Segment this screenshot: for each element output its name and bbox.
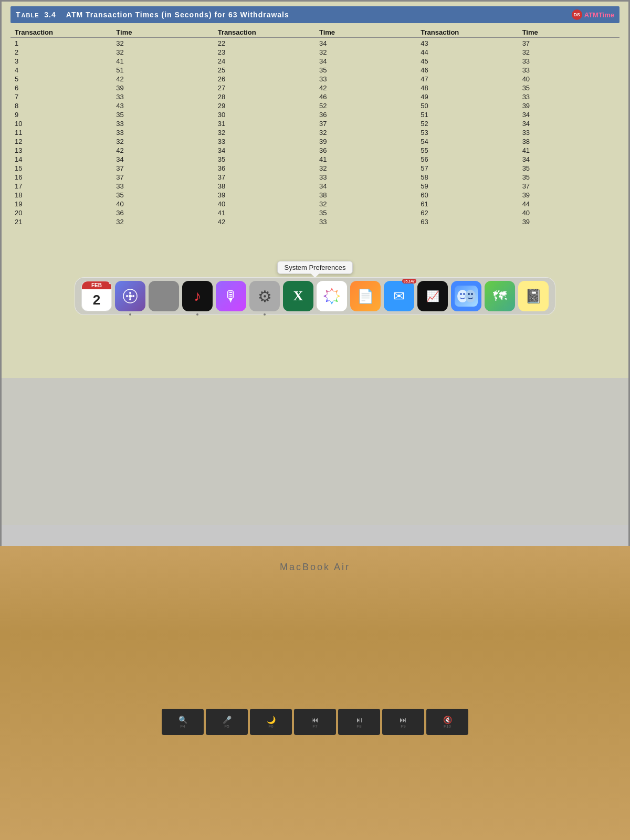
table-cell: 33 xyxy=(315,173,416,182)
table-cell: 61 xyxy=(416,200,518,208)
finder-icon-svg xyxy=(455,286,478,307)
table-cell: 32 xyxy=(112,217,213,226)
table-cell: 8 xyxy=(10,101,112,110)
dock-icon-system-prefs[interactable]: ⚙ xyxy=(249,281,280,311)
table-cell: 12 xyxy=(10,137,112,146)
dock-icon-finder[interactable] xyxy=(451,281,481,311)
ds-circle: DS xyxy=(572,9,582,20)
table-cell: 34 xyxy=(518,119,620,128)
table-cell: 39 xyxy=(518,191,620,200)
table-cell: 56 xyxy=(416,155,518,164)
dock-icon-mail[interactable]: ✉35,147 xyxy=(384,281,414,311)
dock-icon-stocks[interactable]: 📈 xyxy=(417,281,448,311)
key-f7[interactable]: ⏮F7 xyxy=(294,709,336,735)
svg-point-21 xyxy=(468,293,470,295)
svg-point-5 xyxy=(129,295,132,298)
key-label: F5 xyxy=(224,724,229,729)
dock-dot xyxy=(264,313,266,316)
table-cell: 3 xyxy=(10,57,112,66)
dock-icon-launchpad[interactable] xyxy=(115,281,145,311)
table-cell: 35 xyxy=(112,191,213,200)
table-cell: 40 xyxy=(214,200,315,208)
table-cell: 34 xyxy=(315,39,416,48)
table-cell: 35 xyxy=(315,208,416,217)
dock-icon-photos[interactable] xyxy=(317,281,347,311)
key-f5[interactable]: 🎤F5 xyxy=(206,709,248,735)
table-cell: 35 xyxy=(518,173,620,182)
col-header-1: Time xyxy=(112,27,213,38)
table-cell: 32 xyxy=(518,48,620,57)
svg-point-15 xyxy=(329,293,335,299)
key-symbol: 🔇 xyxy=(443,716,452,724)
key-symbol: 🎤 xyxy=(223,716,232,724)
dock-icon-excel[interactable]: X xyxy=(283,281,313,311)
table-cell: 33 xyxy=(112,119,213,128)
table-cell: 14 xyxy=(10,155,112,164)
dock-icon-podcast[interactable]: 🎙 xyxy=(216,281,246,311)
table-cell: 35 xyxy=(112,110,213,119)
table-cell: 6 xyxy=(10,83,112,92)
table-cell: 43 xyxy=(112,101,213,110)
table-cell: 4 xyxy=(10,66,112,75)
table-cell: 20 xyxy=(10,208,112,217)
tooltip: System Preferences xyxy=(277,261,352,274)
dock-icon-calendar[interactable]: 6FEB2 xyxy=(81,281,112,311)
dock-icon-music[interactable]: ♪ xyxy=(182,281,213,311)
key-f4[interactable]: 🔍F4 xyxy=(162,709,204,735)
table-cell: 7 xyxy=(10,92,112,101)
key-symbol: 🔍 xyxy=(178,716,187,724)
table-cell: 10 xyxy=(10,119,112,128)
table-cell: 50 xyxy=(416,101,518,110)
data-col-2: Transaction22232425262728293031323334353… xyxy=(214,27,315,226)
key-f6[interactable]: 🌙F6 xyxy=(250,709,292,735)
table-cell: 39 xyxy=(315,137,416,146)
dock-icon-notes-dock[interactable] xyxy=(149,281,179,311)
table-cell: 42 xyxy=(315,83,416,92)
table-cell: 32 xyxy=(112,39,213,48)
key-f10[interactable]: 🔇F10 xyxy=(426,709,468,735)
table-cell: 57 xyxy=(416,164,518,173)
table-cell: 37 xyxy=(518,182,620,191)
key-f8[interactable]: ⏯F8 xyxy=(338,709,380,735)
table-cell: 13 xyxy=(10,146,112,155)
data-table: Transaction12345678910111213141516171819… xyxy=(10,27,620,226)
table-cell: 43 xyxy=(416,39,518,48)
dock[interactable]: 6FEB2 ♪🎙⚙X 📄✉35,147📈 xyxy=(75,277,555,315)
key-label: F4 xyxy=(180,724,185,729)
table-cell: 32 xyxy=(315,128,416,137)
keyboard-area: 🔍F4🎤F5🌙F6⏮F7⏯F8⏭F9🔇F10 xyxy=(26,709,604,814)
table-cell: 39 xyxy=(214,191,315,200)
table-cell: 28 xyxy=(214,92,315,101)
table-cell: 41 xyxy=(214,208,315,217)
table-cell: 51 xyxy=(112,66,213,75)
table-cell: 25 xyxy=(214,66,315,75)
svg-point-1 xyxy=(129,292,131,294)
dock-icon-maps[interactable]: 🗺 xyxy=(485,281,515,311)
table-cell: 35 xyxy=(518,83,620,92)
ds-label: ATMTime xyxy=(584,11,614,19)
function-key-row: 🔍F4🎤F5🌙F6⏮F7⏯F8⏭F9🔇F10 xyxy=(26,709,604,735)
table-cell: 41 xyxy=(112,57,213,66)
table-cell: 54 xyxy=(416,137,518,146)
table-cell: 2 xyxy=(10,48,112,57)
key-symbol: 🌙 xyxy=(267,716,276,724)
table-cell: 33 xyxy=(315,217,416,226)
table-cell: 44 xyxy=(416,48,518,57)
key-symbol: ⏭ xyxy=(400,716,407,724)
laptop-body: MacBook Air 🔍F4🎤F5🌙F6⏮F7⏯F8⏭F9🔇F10 xyxy=(0,546,630,840)
table-cell: 29 xyxy=(214,101,315,110)
dock-area: System Preferences 6FEB2 ♪🎙⚙X 📄✉35,147📈 xyxy=(0,261,630,315)
table-cell: 32 xyxy=(214,128,315,137)
key-f9[interactable]: ⏭F9 xyxy=(382,709,424,735)
table-cell: 32 xyxy=(315,164,416,173)
svg-point-20 xyxy=(465,290,476,302)
table-cell: 33 xyxy=(112,92,213,101)
dock-icon-notes2[interactable]: 📓 xyxy=(518,281,549,311)
table-cell: 37 xyxy=(112,164,213,173)
table-cell: 42 xyxy=(214,217,315,226)
table-cell: 23 xyxy=(214,48,315,57)
dock-icon-pages[interactable]: 📄 xyxy=(350,281,381,311)
table-cell: 45 xyxy=(416,57,518,66)
photos-icon-svg xyxy=(321,286,342,307)
table-cell: 38 xyxy=(214,182,315,191)
